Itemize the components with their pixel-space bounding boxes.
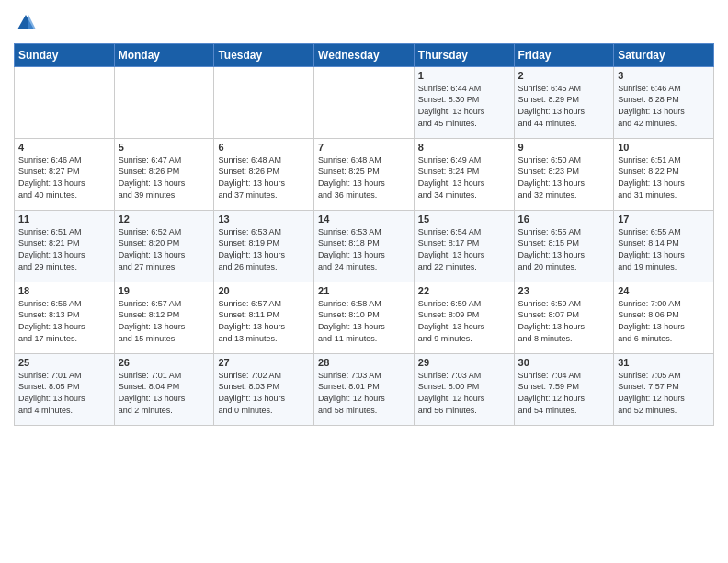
calendar-cell: 8Sunrise: 6:49 AM Sunset: 8:24 PM Daylig… — [414, 138, 514, 210]
week-row-4: 18Sunrise: 6:56 AM Sunset: 8:13 PM Dayli… — [15, 282, 714, 353]
day-content: Sunrise: 6:57 AM Sunset: 8:12 PM Dayligh… — [119, 298, 210, 344]
calendar-cell: 27Sunrise: 7:02 AM Sunset: 8:03 PM Dayli… — [214, 353, 314, 425]
calendar-table: SundayMondayTuesdayWednesdayThursdayFrid… — [14, 43, 714, 426]
weekday-header-thursday: Thursday — [414, 43, 514, 66]
day-number: 20 — [218, 285, 310, 296]
day-content: Sunrise: 6:55 AM Sunset: 8:14 PM Dayligh… — [618, 226, 710, 272]
calendar-cell: 19Sunrise: 6:57 AM Sunset: 8:12 PM Dayli… — [114, 282, 214, 353]
day-content: Sunrise: 6:46 AM Sunset: 8:27 PM Dayligh… — [18, 155, 110, 201]
calendar-cell: 11Sunrise: 6:51 AM Sunset: 8:21 PM Dayli… — [15, 210, 115, 282]
logo-icon — [16, 13, 36, 33]
calendar-cell: 1Sunrise: 6:44 AM Sunset: 8:30 PM Daylig… — [414, 66, 514, 138]
calendar-cell: 25Sunrise: 7:01 AM Sunset: 8:05 PM Dayli… — [15, 353, 115, 425]
day-number: 9 — [518, 142, 610, 153]
calendar-cell — [15, 66, 115, 138]
week-row-5: 25Sunrise: 7:01 AM Sunset: 8:05 PM Dayli… — [15, 353, 714, 425]
day-number: 26 — [119, 357, 210, 368]
day-number: 30 — [518, 357, 610, 368]
day-number: 22 — [418, 285, 510, 296]
day-number: 16 — [518, 213, 610, 224]
day-content: Sunrise: 6:58 AM Sunset: 8:10 PM Dayligh… — [318, 298, 410, 344]
day-number: 1 — [418, 70, 510, 81]
weekday-header-tuesday: Tuesday — [214, 43, 314, 66]
day-number: 24 — [618, 285, 710, 296]
day-content: Sunrise: 6:59 AM Sunset: 8:07 PM Dayligh… — [518, 298, 610, 344]
day-content: Sunrise: 6:55 AM Sunset: 8:15 PM Dayligh… — [518, 226, 610, 272]
weekday-header-sunday: Sunday — [15, 43, 115, 66]
day-number: 12 — [119, 213, 210, 224]
calendar-cell: 29Sunrise: 7:03 AM Sunset: 8:00 PM Dayli… — [414, 353, 514, 425]
day-number: 2 — [518, 70, 610, 81]
day-number: 6 — [218, 142, 310, 153]
logo — [14, 13, 36, 38]
day-content: Sunrise: 6:54 AM Sunset: 8:17 PM Dayligh… — [418, 226, 510, 272]
calendar-cell — [114, 66, 214, 138]
day-number: 28 — [318, 357, 410, 368]
day-content: Sunrise: 7:03 AM Sunset: 8:00 PM Dayligh… — [418, 370, 510, 416]
day-number: 13 — [218, 213, 310, 224]
day-number: 7 — [318, 142, 410, 153]
calendar-cell: 21Sunrise: 6:58 AM Sunset: 8:10 PM Dayli… — [314, 282, 415, 353]
day-number: 23 — [518, 285, 610, 296]
day-content: Sunrise: 6:59 AM Sunset: 8:09 PM Dayligh… — [418, 298, 510, 344]
day-content: Sunrise: 6:44 AM Sunset: 8:30 PM Dayligh… — [418, 83, 510, 129]
calendar-cell — [214, 66, 314, 138]
day-content: Sunrise: 7:05 AM Sunset: 7:57 PM Dayligh… — [618, 370, 710, 416]
day-number: 8 — [418, 142, 510, 153]
day-content: Sunrise: 6:52 AM Sunset: 8:20 PM Dayligh… — [119, 226, 210, 272]
day-content: Sunrise: 6:48 AM Sunset: 8:25 PM Dayligh… — [318, 155, 410, 201]
calendar-cell: 10Sunrise: 6:51 AM Sunset: 8:22 PM Dayli… — [614, 138, 714, 210]
day-content: Sunrise: 6:46 AM Sunset: 8:28 PM Dayligh… — [618, 83, 710, 129]
day-number: 4 — [18, 142, 110, 153]
calendar-cell: 12Sunrise: 6:52 AM Sunset: 8:20 PM Dayli… — [114, 210, 214, 282]
weekday-header-friday: Friday — [514, 43, 614, 66]
day-content: Sunrise: 7:04 AM Sunset: 7:59 PM Dayligh… — [518, 370, 610, 416]
week-row-3: 11Sunrise: 6:51 AM Sunset: 8:21 PM Dayli… — [15, 210, 714, 282]
day-content: Sunrise: 6:48 AM Sunset: 8:26 PM Dayligh… — [218, 155, 310, 201]
day-content: Sunrise: 6:53 AM Sunset: 8:18 PM Dayligh… — [318, 226, 410, 272]
calendar-cell: 18Sunrise: 6:56 AM Sunset: 8:13 PM Dayli… — [15, 282, 115, 353]
calendar-cell: 5Sunrise: 6:47 AM Sunset: 8:26 PM Daylig… — [114, 138, 214, 210]
day-number: 19 — [119, 285, 210, 296]
weekday-header-wednesday: Wednesday — [314, 43, 415, 66]
day-number: 11 — [18, 213, 110, 224]
calendar-cell: 20Sunrise: 6:57 AM Sunset: 8:11 PM Dayli… — [214, 282, 314, 353]
page-container: SundayMondayTuesdayWednesdayThursdayFrid… — [0, 0, 728, 431]
day-number: 29 — [418, 357, 510, 368]
calendar-cell: 9Sunrise: 6:50 AM Sunset: 8:23 PM Daylig… — [514, 138, 614, 210]
day-number: 27 — [218, 357, 310, 368]
day-number: 3 — [618, 70, 710, 81]
calendar-cell: 28Sunrise: 7:03 AM Sunset: 8:01 PM Dayli… — [314, 353, 415, 425]
calendar-cell: 4Sunrise: 6:46 AM Sunset: 8:27 PM Daylig… — [15, 138, 115, 210]
day-content: Sunrise: 6:57 AM Sunset: 8:11 PM Dayligh… — [218, 298, 310, 344]
header — [14, 9, 714, 38]
day-number: 17 — [618, 213, 710, 224]
calendar-cell: 3Sunrise: 6:46 AM Sunset: 8:28 PM Daylig… — [614, 66, 714, 138]
week-row-1: 1Sunrise: 6:44 AM Sunset: 8:30 PM Daylig… — [15, 66, 714, 138]
calendar-cell: 31Sunrise: 7:05 AM Sunset: 7:57 PM Dayli… — [614, 353, 714, 425]
week-row-2: 4Sunrise: 6:46 AM Sunset: 8:27 PM Daylig… — [15, 138, 714, 210]
day-number: 18 — [18, 285, 110, 296]
calendar-cell: 7Sunrise: 6:48 AM Sunset: 8:25 PM Daylig… — [314, 138, 415, 210]
calendar-cell — [314, 66, 415, 138]
day-content: Sunrise: 6:45 AM Sunset: 8:29 PM Dayligh… — [518, 83, 610, 129]
day-content: Sunrise: 7:03 AM Sunset: 8:01 PM Dayligh… — [318, 370, 410, 416]
weekday-header-monday: Monday — [114, 43, 214, 66]
calendar-cell: 30Sunrise: 7:04 AM Sunset: 7:59 PM Dayli… — [514, 353, 614, 425]
calendar-cell: 22Sunrise: 6:59 AM Sunset: 8:09 PM Dayli… — [414, 282, 514, 353]
calendar-cell: 24Sunrise: 7:00 AM Sunset: 8:06 PM Dayli… — [614, 282, 714, 353]
day-number: 25 — [18, 357, 110, 368]
calendar-cell: 15Sunrise: 6:54 AM Sunset: 8:17 PM Dayli… — [414, 210, 514, 282]
calendar-cell: 14Sunrise: 6:53 AM Sunset: 8:18 PM Dayli… — [314, 210, 415, 282]
day-number: 5 — [119, 142, 210, 153]
svg-marker-1 — [28, 15, 36, 29]
day-number: 15 — [418, 213, 510, 224]
day-number: 10 — [618, 142, 710, 153]
day-content: Sunrise: 6:53 AM Sunset: 8:19 PM Dayligh… — [218, 226, 310, 272]
calendar-cell: 23Sunrise: 6:59 AM Sunset: 8:07 PM Dayli… — [514, 282, 614, 353]
day-content: Sunrise: 7:00 AM Sunset: 8:06 PM Dayligh… — [618, 298, 710, 344]
day-content: Sunrise: 6:51 AM Sunset: 8:22 PM Dayligh… — [618, 155, 710, 201]
day-number: 21 — [318, 285, 410, 296]
calendar-cell: 2Sunrise: 6:45 AM Sunset: 8:29 PM Daylig… — [514, 66, 614, 138]
day-content: Sunrise: 7:01 AM Sunset: 8:04 PM Dayligh… — [119, 370, 210, 416]
